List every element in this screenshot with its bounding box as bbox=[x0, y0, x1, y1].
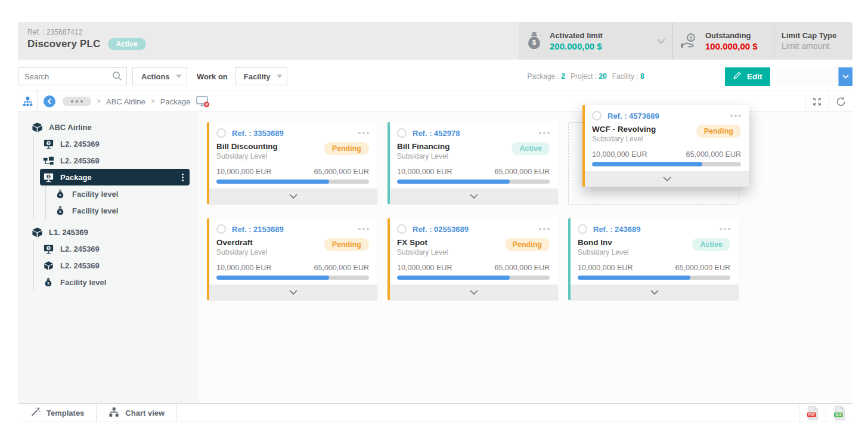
facility-card[interactable]: Ref. : 4573689 WCF - Revolving Subsidary… bbox=[582, 105, 749, 187]
export-pdf-button[interactable]: PDF bbox=[799, 404, 826, 422]
edit-button[interactable]: Edit bbox=[725, 67, 770, 86]
card-menu-button[interactable] bbox=[720, 228, 730, 230]
add-new-button[interactable]: Add new bbox=[776, 67, 852, 86]
tree-item-l2-245369d[interactable]: L2. 245369 bbox=[40, 257, 199, 274]
card-select-radio[interactable] bbox=[592, 111, 602, 120]
export-xls-button[interactable]: XLS bbox=[826, 404, 852, 422]
breadcrumb-item-package[interactable]: Package bbox=[160, 97, 191, 106]
hierarchy-view-button[interactable] bbox=[18, 91, 38, 112]
breadcrumb-item-abc-airline[interactable]: ABC Airline bbox=[106, 97, 145, 106]
facility-card[interactable]: Ref. : 2153689 Overdraft Subsidary Level… bbox=[207, 218, 377, 300]
tree-item-l1-245369[interactable]: L1. 245369 bbox=[27, 224, 199, 240]
refresh-button[interactable] bbox=[829, 91, 852, 112]
card-select-radio[interactable] bbox=[216, 224, 226, 234]
card-expand-button[interactable] bbox=[571, 284, 739, 300]
breadcrumb-separator: > bbox=[151, 97, 155, 106]
card-expand-button[interactable] bbox=[209, 188, 377, 204]
tree-item-facility-level[interactable]: $ Facility level bbox=[52, 202, 199, 219]
outstanding-metric: $ Outstanding 100.000,00 $ bbox=[672, 22, 774, 60]
chart-view-label: Chart view bbox=[125, 409, 165, 417]
facility-card[interactable]: Ref. : 02553689 FX Spot Subsidary Level … bbox=[388, 218, 558, 300]
facility-count: Facility : 8 bbox=[612, 72, 644, 81]
kebab-menu-icon[interactable] bbox=[182, 174, 184, 181]
card-max-amount: 65,000,000 EUR bbox=[495, 264, 550, 272]
card-subtitle: Subsidary Level bbox=[216, 152, 278, 160]
actions-label: Actions bbox=[141, 72, 170, 81]
card-max-amount: 65,000,000 EUR bbox=[686, 150, 741, 159]
money-bag-icon: $ bbox=[42, 277, 54, 287]
tree-item-l2-245369c[interactable]: $ L2. 245369 bbox=[40, 240, 199, 257]
card-select-radio[interactable] bbox=[578, 224, 587, 234]
chevron-down-icon bbox=[470, 290, 478, 295]
card-ref-link[interactable]: Ref. : 243689 bbox=[593, 225, 641, 234]
chevron-down-icon bbox=[289, 194, 297, 199]
card-subtitle: Subsidary Level bbox=[397, 152, 450, 160]
card-ref-link[interactable]: Ref. : 02553689 bbox=[413, 225, 469, 234]
tree-item-abc-airline[interactable]: ABC Airline bbox=[27, 119, 199, 135]
card-menu-button[interactable] bbox=[358, 132, 369, 134]
card-select-radio[interactable] bbox=[397, 224, 407, 234]
chevron-down-icon[interactable] bbox=[657, 36, 665, 47]
money-screen-icon: $ bbox=[42, 138, 54, 150]
card-expand-button[interactable] bbox=[390, 188, 558, 204]
tree-group: $ Facility level $ Facility level bbox=[45, 185, 199, 219]
add-new-dropdown-toggle[interactable] bbox=[838, 67, 852, 86]
card-min-amount: 10,000,000 EUR bbox=[216, 264, 271, 272]
package-box-icon bbox=[42, 261, 54, 271]
cards-row-1: Ref. : 3353689 Bill Discounting Subsidar… bbox=[207, 122, 852, 205]
entity-ref: Ref. : 235687412 bbox=[27, 28, 519, 36]
card-ref-link[interactable]: Ref. : 3353689 bbox=[232, 129, 284, 138]
tree-item-facility-level[interactable]: $ Facility level bbox=[40, 274, 199, 290]
card-progress-track bbox=[397, 180, 550, 184]
templates-button[interactable]: Templates bbox=[18, 404, 97, 422]
tree-item-l2-245369b[interactable]: L2. 245369 bbox=[40, 152, 199, 169]
card-menu-button[interactable] bbox=[358, 228, 369, 230]
screen-remove-icon[interactable] bbox=[196, 95, 210, 108]
card-ref-link[interactable]: Ref. : 2153689 bbox=[232, 225, 284, 234]
work-on-dropdown[interactable]: Facility bbox=[235, 67, 287, 85]
card-subtitle: Subsidary Level bbox=[397, 248, 448, 256]
breadcrumb-collapsed-button[interactable] bbox=[63, 97, 91, 106]
hierarchy-icon bbox=[22, 96, 33, 107]
card-title: Bill Financing bbox=[397, 142, 450, 151]
card-expand-button[interactable] bbox=[390, 284, 558, 300]
chevron-down-icon bbox=[176, 75, 182, 78]
chevron-down-icon bbox=[470, 194, 478, 199]
card-status-badge: Active bbox=[692, 238, 730, 251]
card-min-amount: 10,000,000 EUR bbox=[578, 264, 633, 272]
actions-dropdown[interactable]: Actions bbox=[132, 67, 187, 85]
card-status-badge: Pending bbox=[696, 125, 741, 138]
card-menu-button[interactable] bbox=[730, 115, 741, 117]
chart-view-button[interactable]: Chart view bbox=[97, 404, 177, 422]
card-select-radio[interactable] bbox=[397, 128, 407, 138]
svg-text:$: $ bbox=[47, 246, 49, 250]
breadcrumb-back-button[interactable] bbox=[44, 95, 55, 107]
card-ref-link[interactable]: Ref. : 4573689 bbox=[607, 112, 659, 120]
card-menu-button[interactable] bbox=[539, 132, 550, 134]
dragged-card-wrapper[interactable]: Ref. : 4573689 WCF - Revolving Subsidary… bbox=[582, 105, 749, 187]
tree-group: $ L2. 245369 L2. 245369 $ Package $ Faci… bbox=[33, 135, 199, 219]
facility-card[interactable]: Ref. : 243689 Bond Inv Subsidary Level A… bbox=[568, 218, 739, 300]
facility-card[interactable]: Ref. : 452978 Bill Financing Subsidary L… bbox=[388, 122, 558, 204]
money-bag-icon: $ bbox=[526, 32, 542, 51]
card-subtitle: Subsidary Level bbox=[216, 248, 267, 256]
package-count: Package : 2 bbox=[528, 72, 565, 81]
svg-text:$: $ bbox=[532, 39, 537, 46]
search-box bbox=[18, 67, 127, 85]
card-menu-button[interactable] bbox=[539, 228, 550, 230]
card-progress-fill bbox=[216, 276, 329, 280]
facility-card[interactable]: Ref. : 3353689 Bill Discounting Subsidar… bbox=[207, 122, 377, 204]
activated-limit-value: 200.000,00 $ bbox=[550, 41, 603, 51]
expand-button[interactable] bbox=[805, 91, 829, 112]
card-status-badge: Active bbox=[512, 142, 550, 155]
card-select-radio[interactable] bbox=[216, 128, 226, 138]
card-ref-link[interactable]: Ref. : 452978 bbox=[413, 129, 460, 138]
tree-item-package[interactable]: $ Package bbox=[40, 169, 190, 185]
search-input[interactable] bbox=[18, 67, 127, 85]
card-title: Bond Inv bbox=[578, 238, 628, 247]
card-expand-button[interactable] bbox=[585, 171, 749, 187]
tree-item-l2-245369[interactable]: $ L2. 245369 bbox=[40, 135, 199, 152]
tree-item-facility-level[interactable]: $ Facility level bbox=[52, 185, 199, 202]
card-expand-button[interactable] bbox=[209, 284, 377, 300]
card-progress-track bbox=[592, 162, 741, 166]
